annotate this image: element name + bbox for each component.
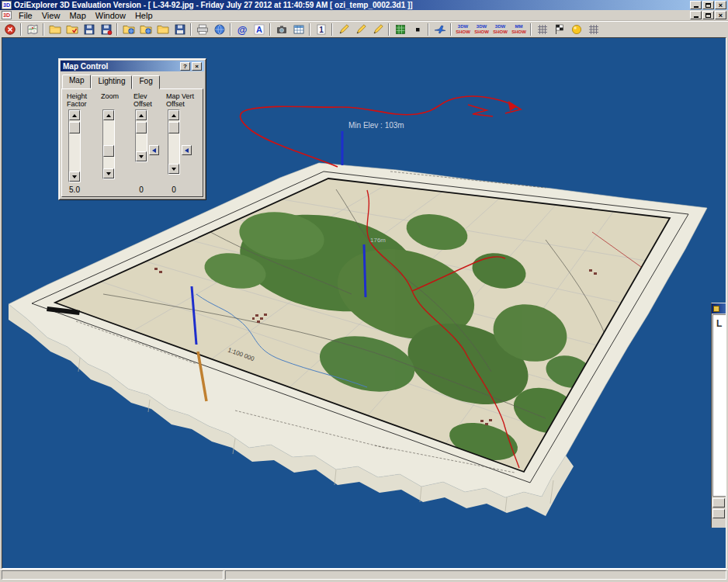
minimize-button[interactable] bbox=[690, 1, 702, 9]
screen-capture-button[interactable] bbox=[273, 23, 289, 37]
small-grid-button[interactable] bbox=[585, 23, 601, 37]
slider-down-button[interactable] bbox=[136, 151, 147, 161]
slider-thumb[interactable] bbox=[168, 122, 179, 133]
elev-offset-left-button[interactable] bbox=[149, 145, 159, 155]
fly-through-button[interactable] bbox=[432, 23, 448, 37]
menu-view[interactable]: View bbox=[37, 11, 65, 20]
left-arrow-icon bbox=[185, 148, 189, 153]
draw-pencil-2-button[interactable] bbox=[352, 23, 369, 37]
show-3dw-button-2[interactable]: 3DWSHOW bbox=[473, 23, 491, 37]
slider-up-button[interactable] bbox=[103, 110, 114, 120]
restore-icon bbox=[705, 13, 711, 18]
open-3d-view-button[interactable] bbox=[64, 23, 80, 37]
elevation-grid-button[interactable] bbox=[392, 23, 408, 37]
mdi-close-button[interactable]: × bbox=[715, 11, 726, 19]
map-tab-page: Height Factor 5.0 Zoom bbox=[61, 88, 203, 197]
globe-icon bbox=[213, 23, 226, 36]
partial-window-body: L bbox=[712, 314, 726, 497]
show-3dw-button-3[interactable]: 3DWSHOW bbox=[491, 23, 509, 37]
toolbar-separator bbox=[230, 23, 231, 36]
finish-flag-button[interactable] bbox=[551, 23, 567, 37]
folder-globe-icon bbox=[123, 23, 135, 36]
menu-bar: 3D File View Map Window Help × bbox=[0, 10, 728, 21]
load-map-from-web-button[interactable] bbox=[137, 23, 154, 37]
slider-down-button[interactable] bbox=[69, 171, 80, 182]
menu-file[interactable]: File bbox=[14, 11, 37, 20]
point-marker-button[interactable] bbox=[409, 23, 425, 37]
print-button[interactable] bbox=[194, 23, 210, 37]
email-button[interactable] bbox=[234, 23, 250, 37]
map-vert-offset-slider[interactable] bbox=[168, 109, 180, 175]
slider-up-button[interactable] bbox=[136, 110, 147, 120]
show-3dw-button-1[interactable]: 3DWSHOW bbox=[454, 23, 472, 37]
exit-icon bbox=[4, 23, 16, 36]
menu-help[interactable]: Help bbox=[130, 11, 158, 20]
draw-pencil-3-button[interactable] bbox=[369, 23, 386, 37]
zoom-slider[interactable] bbox=[102, 109, 115, 179]
slider-up-button[interactable] bbox=[69, 110, 80, 120]
zoom-label: Zoom bbox=[101, 92, 133, 109]
dialog-help-button[interactable]: ? bbox=[180, 62, 190, 71]
view-map-button[interactable] bbox=[24, 23, 40, 37]
draw-pencil-1-button[interactable] bbox=[335, 23, 352, 37]
map-control-title-bar[interactable]: Map Control ? × bbox=[61, 61, 204, 71]
slider-track[interactable] bbox=[168, 120, 179, 164]
mdi-restore-button[interactable] bbox=[702, 11, 714, 19]
open-map-file-button[interactable] bbox=[47, 23, 63, 37]
restore-button[interactable] bbox=[702, 1, 714, 9]
slider-thumb[interactable] bbox=[103, 145, 114, 157]
sun-lighting-button[interactable] bbox=[568, 23, 584, 37]
reload-map-button[interactable] bbox=[154, 23, 171, 37]
down-arrow-icon bbox=[172, 168, 176, 171]
mdi-minimize-button[interactable] bbox=[690, 11, 702, 19]
slider-track[interactable] bbox=[69, 120, 80, 171]
folder-check-icon bbox=[66, 23, 78, 36]
menu-map[interactable]: Map bbox=[64, 11, 90, 20]
web-globe-button[interactable] bbox=[211, 23, 227, 37]
map-vert-offset-left-button[interactable] bbox=[182, 145, 192, 155]
document-icon[interactable]: 3D bbox=[2, 11, 12, 19]
tab-map[interactable]: Map bbox=[62, 74, 91, 88]
partial-window-title-bar[interactable] bbox=[712, 303, 726, 314]
zoom-control: Zoom bbox=[101, 92, 133, 195]
slider-thumb[interactable] bbox=[136, 122, 147, 133]
toolbar-separator bbox=[530, 23, 532, 36]
save-view-button[interactable] bbox=[81, 23, 97, 37]
image-tiles-button[interactable] bbox=[290, 23, 307, 37]
slider-thumb[interactable] bbox=[69, 122, 80, 133]
partial-window-button[interactable] bbox=[712, 509, 725, 518]
save-to-disk-button[interactable] bbox=[98, 23, 114, 37]
partial-window[interactable]: L bbox=[711, 303, 726, 528]
pencil-icon bbox=[355, 23, 367, 36]
exit-button[interactable] bbox=[2, 23, 18, 37]
slider-up-button[interactable] bbox=[168, 110, 179, 120]
partial-window-button[interactable] bbox=[712, 498, 725, 508]
dialog-close-button[interactable]: × bbox=[192, 62, 202, 71]
partial-window-text: L bbox=[716, 318, 722, 329]
menu-window[interactable]: Window bbox=[91, 11, 130, 20]
tab-fog[interactable]: Fog bbox=[132, 75, 159, 89]
3d-viewport[interactable]: 1:100 000 Min Elev : 103m 176m Map Contr… bbox=[2, 37, 726, 569]
toolbar-separator bbox=[309, 23, 310, 36]
grid-icon bbox=[536, 23, 549, 36]
minimize-icon bbox=[694, 16, 699, 18]
slider-down-button[interactable] bbox=[168, 164, 179, 174]
slider-track[interactable] bbox=[103, 120, 114, 168]
map-vert-offset-label: Map Vert Offset bbox=[166, 92, 199, 109]
slider-down-button[interactable] bbox=[103, 168, 114, 178]
load-map-image-button[interactable] bbox=[120, 23, 137, 37]
show-mm-button[interactable]: MMSHOW bbox=[510, 23, 528, 37]
status-panel-left bbox=[2, 570, 224, 580]
elev-offset-slider[interactable] bbox=[135, 109, 147, 162]
grid-lines-button[interactable] bbox=[534, 23, 550, 37]
tab-lighting[interactable]: Lighting bbox=[91, 75, 132, 89]
gps-track-air bbox=[241, 96, 521, 167]
save-map-image-button[interactable] bbox=[172, 23, 188, 37]
map-information-button[interactable] bbox=[313, 23, 329, 37]
add-text-button[interactable] bbox=[251, 23, 267, 37]
slider-track[interactable] bbox=[136, 120, 147, 151]
status-bar bbox=[0, 569, 728, 580]
close-button[interactable]: × bbox=[715, 1, 726, 9]
height-factor-slider[interactable] bbox=[68, 109, 81, 182]
minimize-icon bbox=[694, 6, 699, 8]
